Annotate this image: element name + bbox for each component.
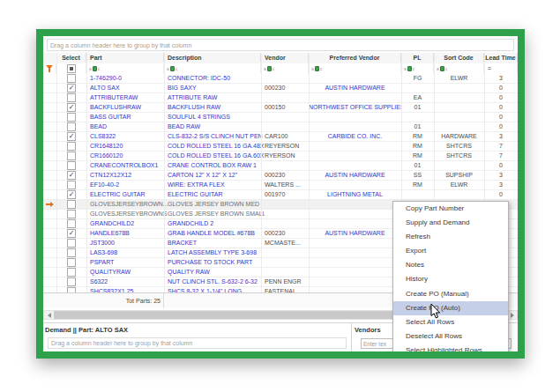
- preferred-vendor-cell[interactable]: [309, 113, 401, 122]
- table-row[interactable]: BASS GUITARSOULFUL 4 STRINGS0: [43, 113, 518, 122]
- equals-filter-icon[interactable]: =: [488, 63, 491, 73]
- text-filter-icon[interactable]: ac: [167, 66, 177, 71]
- column-header-lead_time[interactable]: Lead Time: [484, 53, 518, 63]
- row-checkbox[interactable]: [67, 181, 76, 189]
- table-row[interactable]: ✓CLS8322CLS-832-2 S/S CLINCH NUT PENCAR1…: [43, 132, 518, 142]
- part-cell[interactable]: CRANECONTROLBOX1: [86, 161, 168, 170]
- demand-group-by-hint[interactable]: Drag a column header here to group by th…: [48, 337, 347, 349]
- preferred-vendor-cell[interactable]: [309, 181, 401, 189]
- text-filter-icon[interactable]: ac: [264, 66, 274, 71]
- preferred-vendor-cell[interactable]: [309, 239, 401, 248]
- part-cell[interactable]: BACKFLUSHRAW: [86, 103, 168, 112]
- part-cell[interactable]: ELECTRIC GUITAR: [86, 190, 168, 199]
- description-cell[interactable]: GLOVES JERSEY BROWN SMALL: [164, 210, 265, 218]
- column-header-pl[interactable]: PL: [401, 53, 434, 63]
- table-row[interactable]: ✓ELECTRIC GUITARELECTRIC GUITAR001970LIG…: [43, 190, 518, 200]
- part-cell[interactable]: EF10-40-2: [86, 181, 168, 189]
- select-all-filter-checkbox[interactable]: [67, 64, 76, 73]
- description-cell[interactable]: ATTRIBUTE RAW: [164, 93, 265, 102]
- description-cell[interactable]: COLD ROLLED STEEL 16 GA.60X120: [164, 152, 265, 160]
- text-filter-icon[interactable]: ac: [311, 66, 322, 71]
- menu-item-create-po-auto[interactable]: Create PO (Auto): [393, 301, 508, 315]
- preferred-vendor-cell[interactable]: [309, 210, 401, 218]
- menu-item-notes[interactable]: Notes: [393, 258, 508, 272]
- part-cell[interactable]: S6322: [86, 277, 168, 286]
- row-checkbox[interactable]: ✓: [67, 229, 76, 238]
- pane-splitter[interactable]: [351, 323, 352, 351]
- preferred-vendor-cell[interactable]: [309, 74, 401, 83]
- preferred-vendor-cell[interactable]: AUSTIN HARDWARE: [309, 84, 401, 92]
- part-cell[interactable]: ALTO SAX: [86, 84, 168, 92]
- column-header-sort_code[interactable]: Sort Code: [434, 53, 484, 63]
- description-cell[interactable]: CLS-832-2 S/S CLINCH NUT PEN: [164, 132, 265, 141]
- part-cell[interactable]: PSPART: [86, 258, 168, 267]
- row-checkbox[interactable]: [67, 152, 76, 160]
- preferred-vendor-cell[interactable]: [309, 93, 401, 102]
- row-checkbox[interactable]: [67, 277, 76, 286]
- part-cell[interactable]: QUALITYRAW: [86, 268, 168, 277]
- description-cell[interactable]: SOULFUL 4 STRINGS: [164, 113, 265, 122]
- text-filter-icon[interactable]: ac: [404, 66, 414, 71]
- part-cell[interactable]: GRANDCHILD2: [86, 219, 168, 228]
- row-checkbox[interactable]: ✓: [67, 132, 76, 141]
- column-header-preferred_vendor[interactable]: Preferred Vendor: [309, 53, 401, 63]
- table-row[interactable]: ATTRIBUTERAWATTRIBUTE RAWEA0: [43, 93, 518, 103]
- row-checkbox[interactable]: [67, 200, 76, 209]
- text-filter-icon[interactable]: ac: [89, 66, 100, 71]
- row-checkbox[interactable]: [67, 74, 76, 83]
- description-cell[interactable]: LATCH ASSEMBLY TYPE 3-698: [164, 248, 265, 257]
- preferred-vendor-cell[interactable]: [309, 152, 401, 160]
- description-cell[interactable]: NUT CLINCH STL. S-632-2 6-32: [164, 277, 265, 286]
- part-cell[interactable]: CTN12X12X12: [86, 171, 168, 180]
- column-header-selected[interactable]: Select: [56, 53, 86, 63]
- description-cell[interactable]: CRANE CONTROL BOX RAW 1: [164, 161, 265, 170]
- description-cell[interactable]: CARTON 12" X 12" X 12": [164, 171, 265, 180]
- menu-item-refresh[interactable]: Refresh: [393, 230, 508, 244]
- group-by-panel[interactable]: Drag a column header here to group by th…: [43, 36, 518, 54]
- part-cell[interactable]: BEAD: [86, 122, 168, 131]
- scroll-left-button[interactable]: [44, 311, 54, 319]
- row-checkbox[interactable]: [67, 210, 76, 218]
- description-cell[interactable]: BRACKET: [164, 239, 265, 248]
- menu-item-create-po-manual[interactable]: Create PO (Manual): [393, 287, 508, 301]
- part-cell[interactable]: BASS GUITAR: [86, 113, 168, 122]
- table-row[interactable]: CR1660120COLD ROLLED STEEL 16 GA.60X120R…: [43, 152, 518, 161]
- preferred-vendor-cell[interactable]: [309, 268, 401, 277]
- menu-item-export[interactable]: Export: [393, 244, 508, 258]
- preferred-vendor-cell[interactable]: [309, 122, 401, 131]
- part-cell[interactable]: JST3000: [86, 239, 168, 248]
- row-checkbox[interactable]: ✓: [67, 84, 76, 92]
- row-checkbox[interactable]: [67, 258, 76, 267]
- row-checkbox[interactable]: [67, 219, 76, 228]
- description-cell[interactable]: CONNECTOR: IDC-50: [164, 74, 265, 83]
- preferred-vendor-cell[interactable]: [309, 200, 401, 209]
- menu-item-copy-part-number[interactable]: Copy Part Number: [393, 202, 508, 216]
- preferred-vendor-cell[interactable]: AUSTIN HARDWARE: [309, 229, 401, 238]
- part-cell[interactable]: GLOVESJERSEYBROWNS...: [86, 210, 168, 218]
- preferred-vendor-cell[interactable]: [309, 161, 401, 170]
- description-cell[interactable]: BEAD RAW: [164, 122, 265, 131]
- part-cell[interactable]: 1-746290-0: [86, 74, 168, 83]
- description-cell[interactable]: PURCHASE TO STOCK PART: [164, 258, 265, 267]
- part-cell[interactable]: CR1660120: [86, 152, 168, 160]
- row-checkbox[interactable]: [67, 142, 76, 151]
- preferred-vendor-cell[interactable]: [309, 258, 401, 267]
- row-checkbox[interactable]: [67, 248, 76, 257]
- description-cell[interactable]: BACKFLUSH RAW: [164, 103, 265, 112]
- description-cell[interactable]: QUALITY RAW: [164, 268, 265, 277]
- part-cell[interactable]: HANDLE678B: [86, 229, 168, 238]
- row-checkbox[interactable]: ✓: [67, 103, 76, 112]
- column-header-vendor[interactable]: Vendor: [261, 53, 309, 63]
- preferred-vendor-cell[interactable]: LIGHTNING METAL: [309, 190, 401, 199]
- preferred-vendor-cell[interactable]: [309, 142, 401, 151]
- description-cell[interactable]: GRAB HANDLE MODEL #678B: [164, 229, 265, 238]
- row-checkbox[interactable]: [67, 268, 76, 277]
- table-row[interactable]: ✓CTN12X12X12CARTON 12" X 12" X 12"000230…: [43, 171, 518, 181]
- preferred-vendor-cell[interactable]: CARBIDE CO. INC.: [309, 132, 401, 141]
- table-row[interactable]: 1-746290-0CONNECTOR: IDC-50FGELWR3: [43, 74, 518, 84]
- description-cell[interactable]: WIRE: EXTRA FLEX: [164, 181, 265, 189]
- row-checkbox[interactable]: ✓: [67, 190, 76, 199]
- text-filter-icon[interactable]: ac: [437, 66, 447, 71]
- part-cell[interactable]: GLOVESJERSEYBROWN...: [86, 200, 168, 209]
- part-cell[interactable]: CR1648120: [86, 142, 168, 151]
